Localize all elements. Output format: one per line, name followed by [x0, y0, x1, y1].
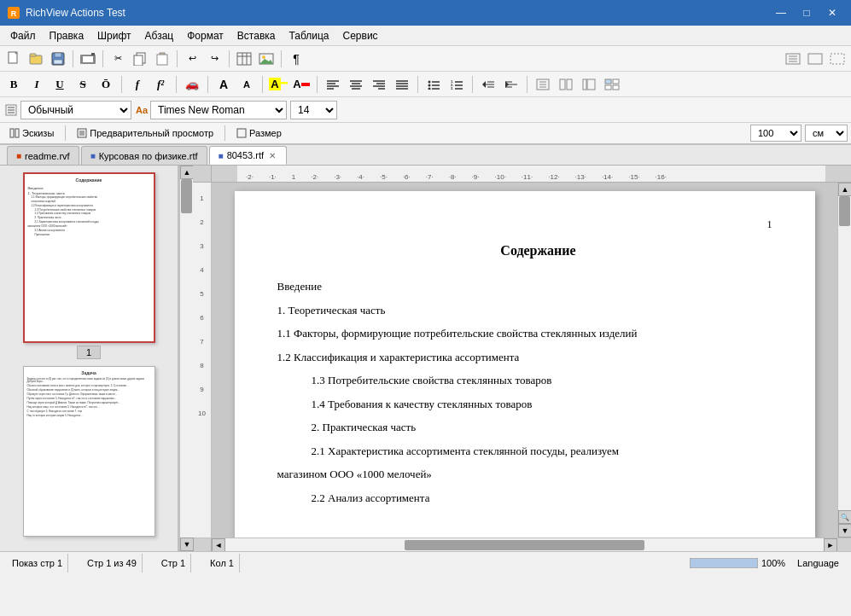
formula-button[interactable]: f [127, 75, 148, 94]
thumb-scroll-up[interactable]: ▲ [180, 166, 194, 179]
zoom-select[interactable]: 100 [750, 125, 801, 142]
tab-80453-close[interactable]: ✕ [267, 151, 277, 160]
toolbar-extra1[interactable] [783, 49, 803, 69]
zoom-unit-select[interactable]: см [805, 125, 848, 142]
hscroll-thumb[interactable] [405, 540, 644, 550]
font-aa-icon: Aа [135, 103, 149, 117]
menu-table[interactable]: Таблица [282, 26, 335, 45]
hscroll-right-area [837, 538, 851, 552]
insert-image-button[interactable] [256, 49, 277, 69]
maximize-button[interactable]: □ [795, 1, 819, 25]
status-right: 100% Language [690, 554, 844, 572]
hscroll-track[interactable] [225, 538, 824, 552]
extra-fmt3[interactable] [579, 75, 599, 94]
paste-button[interactable] [152, 49, 172, 69]
tab-80453[interactable]: ■ 80453.rtf ✕ [209, 146, 287, 165]
italic-button[interactable]: I [26, 75, 47, 94]
menu-font[interactable]: Шрифт [90, 26, 137, 45]
tab-readme-icon: ■ [16, 151, 21, 160]
thumb-page1-label: 1 [77, 346, 101, 359]
thumb-scroll-track[interactable] [180, 179, 193, 538]
thumb-scroll-down[interactable]: ▼ [180, 538, 194, 551]
hscroll-right-button[interactable]: ► [824, 538, 837, 552]
page-number: 1 [277, 217, 772, 232]
scroll-thumb[interactable] [839, 196, 850, 226]
thumbnail-page2[interactable]: Задача Задача состоит в (4) рас том, что… [23, 366, 155, 537]
align-right-button[interactable] [369, 75, 389, 94]
toolbar-extra3[interactable] [827, 49, 848, 69]
size-button[interactable]: Размер [230, 124, 288, 142]
scroll-track[interactable] [838, 196, 851, 510]
redo-button[interactable]: ↪ [204, 49, 224, 69]
formula2-button[interactable]: f² [150, 75, 171, 94]
thumbnail-page1[interactable]: Содержание Введение 1. Теоретическая час… [23, 172, 155, 359]
indent-left-button[interactable] [478, 75, 498, 94]
close-button[interactable]: ✕ [820, 1, 844, 25]
scroll-down-button[interactable]: ▼ [838, 524, 851, 538]
font-color-button[interactable]: A [291, 75, 312, 94]
list-unordered-button[interactable] [423, 75, 444, 94]
status-language[interactable]: Language [792, 554, 844, 572]
cut-button[interactable]: ✂ [108, 49, 128, 69]
menu-format[interactable]: Формат [180, 26, 230, 45]
align-center-button[interactable] [346, 75, 366, 94]
app-icon: R [7, 6, 20, 20]
car-button[interactable]: 🚗 [182, 75, 202, 94]
svg-rect-89 [237, 129, 246, 137]
tab-coursework[interactable]: ■ Курсовая по физике.rtf [81, 146, 207, 165]
zoom-status: 100% [690, 558, 785, 568]
hscroll-left-button[interactable]: ◄ [212, 538, 225, 552]
open-button[interactable] [26, 49, 46, 69]
extra-fmt1[interactable] [533, 75, 553, 94]
doc-title: Содержание [277, 241, 772, 261]
preview-button[interactable]: Предварительный просмотр [71, 124, 219, 142]
align-justify-button[interactable] [392, 75, 412, 94]
show-marks-button[interactable]: ¶ [286, 49, 306, 69]
indent-right-button[interactable] [501, 75, 522, 94]
align-left-button[interactable] [323, 75, 343, 94]
outline-button[interactable]: Ō [96, 75, 116, 94]
new-button[interactable] [3, 49, 24, 69]
zoom-value: 100% [761, 558, 785, 568]
menu-paragraph[interactable]: Абзац [138, 26, 181, 45]
undo-button[interactable]: ↩ [182, 49, 202, 69]
fmt-sep6 [417, 76, 418, 93]
print-preview-button[interactable] [78, 49, 98, 69]
copy-button[interactable] [130, 49, 150, 69]
extra-fmt4[interactable] [602, 75, 622, 94]
insert-table-button[interactable] [234, 49, 254, 69]
toolbar-extra2[interactable] [805, 49, 825, 69]
status-show-page: Показ стр 1 [7, 554, 68, 572]
style-select[interactable]: Обычный [20, 101, 131, 119]
minimize-button[interactable]: — [769, 1, 793, 25]
doc-section-1-3: 1.3 Потребительские свойства стеклянных … [312, 372, 772, 389]
svg-rect-10 [83, 56, 93, 62]
underline-button[interactable]: U [50, 75, 70, 94]
sketches-button[interactable]: Эскизы [3, 124, 60, 142]
thumbnail-panel: Содержание Введение 1. Теоретическая час… [0, 166, 179, 551]
fmt-sep4 [262, 76, 263, 93]
svg-rect-77 [605, 85, 611, 90]
save-button[interactable] [48, 49, 68, 69]
menu-file[interactable]: Файл [3, 26, 43, 45]
strikethrough-button[interactable]: S [73, 75, 93, 94]
menu-edit[interactable]: Правка [43, 26, 91, 45]
thumb-scroll-thumb[interactable] [181, 179, 192, 213]
font-bigger-button[interactable]: A [213, 75, 234, 94]
tab-readme[interactable]: ■ readme.rvf [7, 146, 79, 165]
view-sep2 [224, 125, 225, 141]
extra-fmt2[interactable] [556, 75, 576, 94]
scroll-search-button[interactable]: 🔍 [838, 510, 851, 524]
highlight-button[interactable]: A [268, 75, 289, 94]
font-size-select[interactable]: 14 [290, 101, 337, 119]
sep4 [229, 50, 230, 67]
font-name-select[interactable]: Times New Roman [150, 101, 287, 119]
font-smaller-button[interactable]: A [236, 75, 257, 94]
scroll-up-button[interactable]: ▲ [838, 183, 851, 196]
tab-80453-icon: ■ [219, 151, 224, 160]
menu-service[interactable]: Сервис [336, 26, 385, 45]
list-ordered-button[interactable]: 1.2.3. [446, 75, 467, 94]
svg-rect-72 [567, 79, 572, 90]
menu-insert[interactable]: Вставка [230, 26, 283, 45]
bold-button[interactable]: B [3, 75, 24, 94]
